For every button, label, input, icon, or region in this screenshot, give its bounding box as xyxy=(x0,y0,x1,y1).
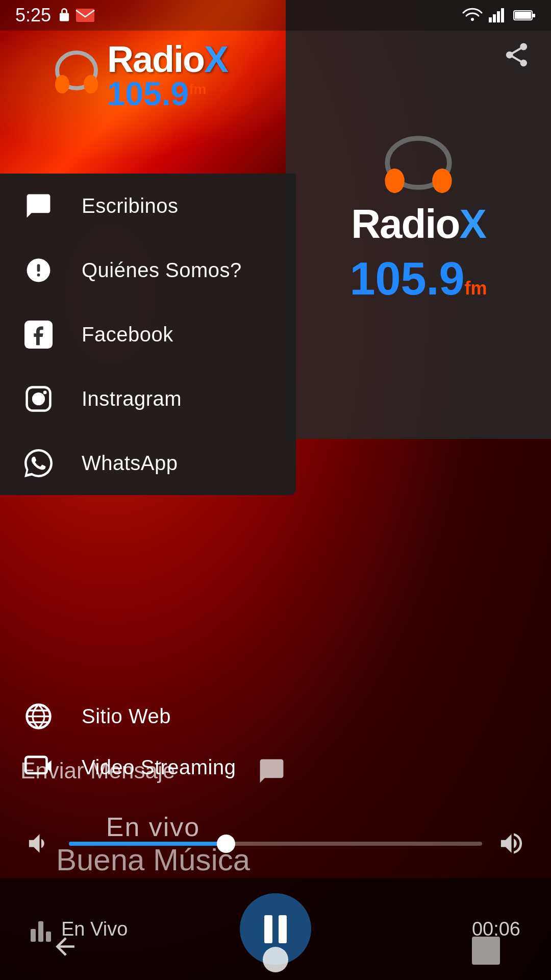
menu-label-escribinos: Escribinos xyxy=(82,194,179,217)
bar2 xyxy=(38,921,43,942)
volume-filled xyxy=(69,842,226,846)
svg-point-13 xyxy=(84,75,98,93)
message-bar[interactable]: Enviar Mensaje xyxy=(0,750,306,791)
svg-point-12 xyxy=(55,75,69,93)
svg-point-22 xyxy=(33,394,44,404)
svg-rect-2 xyxy=(489,17,492,22)
svg-rect-0 xyxy=(60,13,69,21)
status-time: 5:25 xyxy=(15,5,51,26)
menu-item-instagram[interactable]: Instragram xyxy=(0,366,296,431)
logo-text: RadioX 105.9fm xyxy=(107,41,228,110)
chat-icon xyxy=(20,188,56,224)
svg-point-23 xyxy=(43,390,46,394)
menu-item-facebook[interactable]: Facebook xyxy=(0,302,296,366)
gmail-icon xyxy=(76,8,95,23)
whatsapp-icon xyxy=(20,445,56,481)
right-headphone-icon xyxy=(378,134,459,195)
logo-container: RadioX 105.9fm xyxy=(51,41,228,110)
svg-point-17 xyxy=(385,168,404,193)
signal-icon xyxy=(489,8,507,23)
bar3 xyxy=(46,932,51,942)
menu-item-escribinos[interactable]: Escribinos xyxy=(0,174,296,238)
menu-label-sitio-web: Sitio Web xyxy=(82,705,171,728)
svg-rect-5 xyxy=(501,8,504,22)
battery-icon xyxy=(513,9,536,22)
volume-thumb xyxy=(217,835,235,853)
right-logo-radiox: RadioX xyxy=(351,201,486,248)
lock-icon xyxy=(57,7,71,23)
volume-high-icon xyxy=(497,829,525,857)
audio-bars-icon xyxy=(31,916,51,942)
svg-rect-3 xyxy=(493,14,496,22)
right-logo-freq: 105.9fm xyxy=(349,253,487,305)
right-logo-container: RadioX 105.9fm xyxy=(349,134,487,305)
status-left: 5:25 xyxy=(15,5,95,26)
back-button[interactable] xyxy=(51,933,79,967)
message-icon xyxy=(258,757,286,785)
right-logo-fm: fm xyxy=(465,278,487,299)
menu-label-whatsapp: WhatsApp xyxy=(82,452,178,475)
pause-bar-left xyxy=(264,915,272,943)
svg-rect-8 xyxy=(533,14,535,17)
svg-rect-7 xyxy=(515,12,531,19)
globe-icon xyxy=(20,698,56,734)
stop-button[interactable] xyxy=(472,937,500,965)
volume-slider[interactable] xyxy=(69,842,482,846)
svg-point-18 xyxy=(432,168,452,193)
status-icons-left xyxy=(57,7,95,23)
wifi-icon xyxy=(462,8,483,23)
share-button[interactable] xyxy=(503,41,531,76)
status-right xyxy=(462,8,536,23)
bar1 xyxy=(31,929,36,942)
svg-rect-1 xyxy=(76,9,94,22)
menu-label-instagram: Instragram xyxy=(82,387,182,410)
pause-icon xyxy=(264,915,287,943)
menu-label-facebook: Facebook xyxy=(82,323,173,346)
logo-radiox: RadioX xyxy=(107,41,228,78)
svg-rect-4 xyxy=(497,11,500,22)
player-left: En Vivo xyxy=(31,916,128,942)
facebook-icon xyxy=(20,316,56,352)
volume-low-icon xyxy=(26,829,54,857)
menu-label-quienes-somos: Quiénes Somos? xyxy=(82,259,242,282)
pause-bar-right xyxy=(279,915,287,943)
status-bar: 5:25 xyxy=(0,0,551,31)
headphone-icon xyxy=(51,47,102,104)
info-icon xyxy=(20,252,56,288)
menu-item-quienes-somos[interactable]: Quiénes Somos? xyxy=(0,238,296,302)
menu-item-whatsapp[interactable]: WhatsApp xyxy=(0,431,296,495)
instagram-icon xyxy=(20,381,56,416)
logo-freq: 105.9fm xyxy=(107,78,228,110)
enviar-mensaje-label: Enviar Mensaje xyxy=(20,758,175,783)
logo-fm: fm xyxy=(189,81,206,97)
volume-bar xyxy=(0,829,551,857)
nav-dot[interactable] xyxy=(263,947,288,972)
menu-overlay: Escribinos Quiénes Somos? Facebook xyxy=(0,174,296,495)
